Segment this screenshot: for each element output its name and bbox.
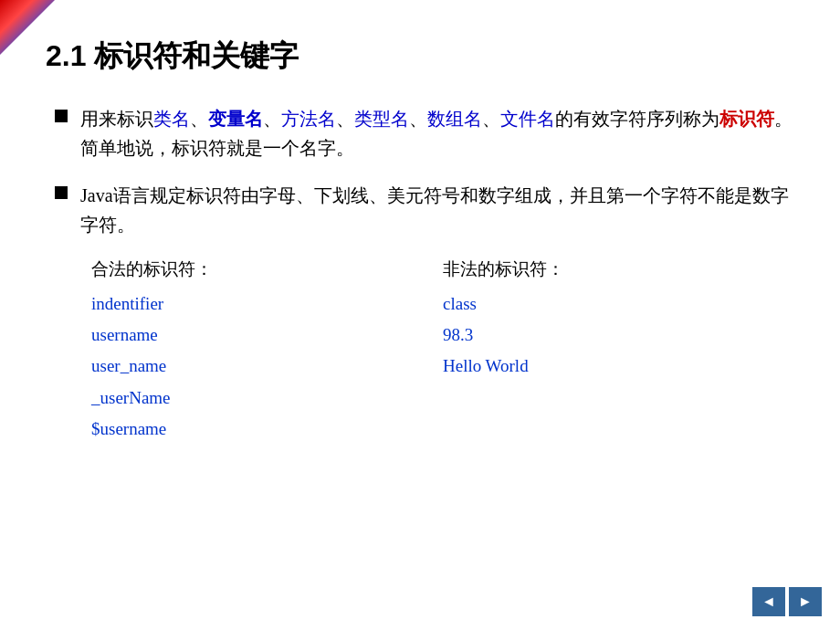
slide: 2.1 标识符和关键字 用来标识类名、变量名、方法名、类型名、数组名、文件名的有… — [0, 0, 840, 630]
valid-examples-column: 合法的标识符： indentifier username user_name _… — [91, 257, 443, 445]
next-button[interactable]: ► — [789, 587, 822, 616]
list-item: _userName — [91, 383, 443, 414]
valid-examples-header: 合法的标识符： — [91, 257, 443, 281]
list-item: $username — [91, 414, 443, 445]
bullet-text-2: Java语言规定标识符由字母、下划线、美元符号和数字组成，并且第一个字符不能是数… — [80, 181, 794, 239]
text-identifier-term: 标识符 — [719, 109, 774, 129]
bullet-item-1: 用来标识类名、变量名、方法名、类型名、数组名、文件名的有效字符序列称为标识符。简… — [55, 104, 794, 163]
list-item: Hello World — [443, 351, 794, 382]
list-item: user_name — [91, 351, 443, 382]
examples-section: 合法的标识符： indentifier username user_name _… — [91, 257, 794, 445]
text-typename: 类型名 — [354, 109, 409, 129]
invalid-examples-column: 非法的标识符： class 98.3 Hello World — [443, 257, 794, 445]
nav-buttons: ◄ ► — [752, 587, 822, 616]
bullet-square-2 — [55, 186, 68, 199]
list-item: username — [91, 320, 443, 351]
list-item: class — [443, 289, 794, 320]
invalid-examples-list: class 98.3 Hello World — [443, 289, 794, 383]
invalid-examples-header: 非法的标识符： — [443, 257, 794, 281]
bullet-text-1: 用来标识类名、变量名、方法名、类型名、数组名、文件名的有效字符序列称为标识符。简… — [80, 104, 794, 163]
list-item: 98.3 — [443, 320, 794, 351]
slide-title: 2.1 标识符和关键字 — [46, 37, 794, 77]
text-arrayname: 数组名 — [427, 109, 482, 129]
prev-button[interactable]: ◄ — [752, 587, 785, 616]
text-filename: 文件名 — [500, 109, 555, 129]
valid-examples-list: indentifier username user_name _userName… — [91, 289, 443, 445]
text-varname: 变量名 — [208, 109, 263, 129]
bullet-item-2: Java语言规定标识符由字母、下划线、美元符号和数字组成，并且第一个字符不能是数… — [55, 181, 794, 239]
text-methodname: 方法名 — [281, 109, 336, 129]
text-classname: 类名 — [153, 109, 190, 129]
content-area: 用来标识类名、变量名、方法名、类型名、数组名、文件名的有效字符序列称为标识符。简… — [46, 104, 794, 445]
bullet-square-1 — [55, 110, 68, 122]
list-item: indentifier — [91, 289, 443, 320]
